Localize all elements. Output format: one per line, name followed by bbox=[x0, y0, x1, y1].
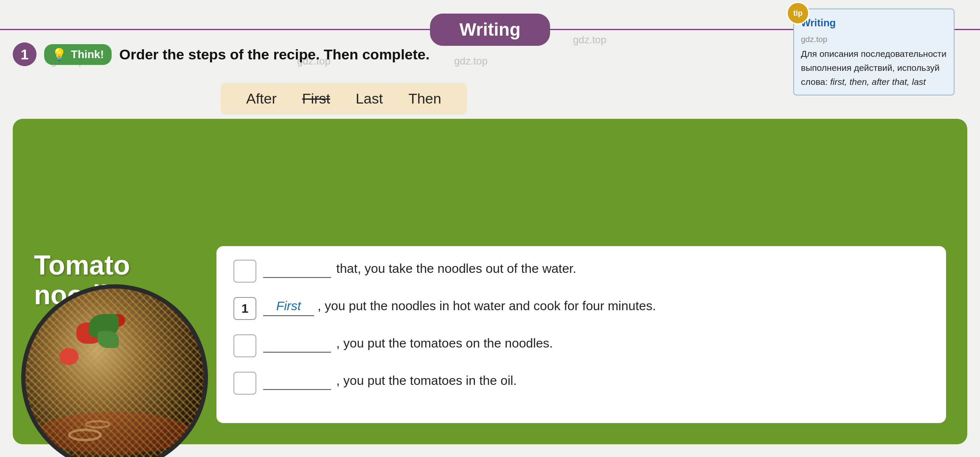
tip-badge: tip bbox=[786, 2, 809, 25]
section-header: 1 💡 Think! Order the steps of the recipe… bbox=[13, 42, 430, 66]
word-after: After bbox=[246, 90, 277, 107]
row-text-3: , you put the tomatoes on the noodles. bbox=[263, 334, 929, 353]
exercise-row-1: that, you take the noodles out of the wa… bbox=[233, 259, 929, 283]
think-label: Think! bbox=[71, 48, 104, 61]
step-box-3[interactable] bbox=[233, 334, 256, 357]
watermark-3: gdz.top bbox=[454, 55, 488, 67]
tip-box: tip Writing gdz.top Для описания последо… bbox=[793, 8, 955, 95]
row-text-1: that, you take the noodles out of the wa… bbox=[263, 259, 929, 278]
blank-3[interactable] bbox=[263, 352, 331, 353]
row-text-2: First , you put the noodles in hot water… bbox=[263, 296, 929, 316]
blank-4[interactable] bbox=[263, 389, 331, 390]
watermark-4: gdz.top bbox=[573, 34, 607, 46]
food-image bbox=[21, 284, 208, 457]
instruction-content: Order the steps of the recipe. Then comp… bbox=[119, 46, 430, 62]
row-text-content-3: , you put the tomatoes on the noodles. bbox=[336, 336, 553, 350]
section-number-text: 1 bbox=[21, 46, 29, 63]
step-box-4[interactable] bbox=[233, 372, 256, 395]
tip-body: Для описания последовательности выполнен… bbox=[801, 47, 947, 89]
title-line1: Tomato bbox=[34, 250, 138, 280]
exercise-row-4: , you put the tomatoes in the oil. bbox=[233, 371, 929, 395]
blank-2-filled: First bbox=[263, 296, 314, 316]
tip-site: gdz.top bbox=[801, 33, 947, 45]
row-text-content-4: , you put the tomatoes in the oil. bbox=[336, 373, 517, 387]
step-number-2: 1 bbox=[241, 301, 249, 316]
word-last: Last bbox=[356, 90, 383, 107]
row-text-content-2: , you put the noodles in hot water and c… bbox=[317, 299, 656, 313]
row-text-content-1: that, you take the noodles out of the wa… bbox=[336, 261, 576, 275]
word-then: Then bbox=[408, 90, 441, 107]
blank-1[interactable] bbox=[263, 277, 331, 278]
writing-title-text: Writing bbox=[460, 20, 521, 39]
step-box-2[interactable]: 1 bbox=[233, 297, 256, 320]
writing-title-badge: Writing bbox=[430, 14, 550, 46]
tip-badge-text: tip bbox=[793, 8, 803, 19]
tip-title: Writing bbox=[801, 15, 947, 31]
green-content-box: Tomato noodles that, you take th bbox=[13, 119, 967, 444]
lightbulb-icon: 💡 bbox=[52, 48, 67, 62]
tip-site-text: gdz.top bbox=[801, 35, 827, 44]
section-number: 1 bbox=[13, 42, 37, 66]
word-first: First bbox=[302, 90, 330, 107]
think-badge: 💡 Think! bbox=[44, 44, 112, 65]
food-plate bbox=[25, 289, 204, 457]
white-content-area: that, you take the noodles out of the wa… bbox=[216, 246, 946, 423]
instruction-text: Order the steps of the recipe. Then comp… bbox=[119, 46, 430, 63]
exercise-row-2: 1 First , you put the noodles in hot wat… bbox=[233, 296, 929, 320]
word-bank: After First Last Then bbox=[221, 83, 467, 115]
exercise-row-3: , you put the tomatoes on the noodles. bbox=[233, 334, 929, 357]
row-text-4: , you put the tomatoes in the oil. bbox=[263, 371, 929, 390]
step-box-1[interactable] bbox=[233, 260, 256, 283]
